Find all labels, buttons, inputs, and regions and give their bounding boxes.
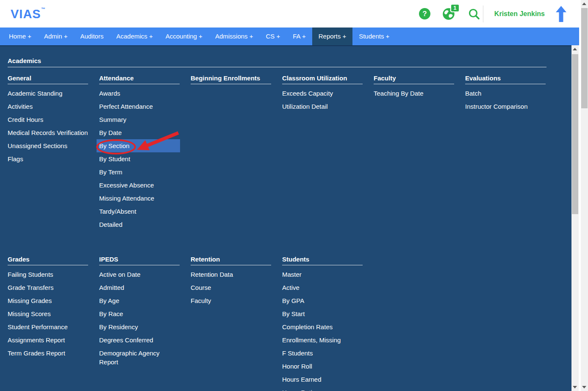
arrow-up-icon	[556, 6, 566, 22]
menu-item-academic-standing[interactable]: Academic Standing	[8, 89, 88, 98]
menu-item-course[interactable]: Course	[191, 283, 271, 292]
menu-item-honor-roll[interactable]: Honor Roll	[282, 362, 363, 371]
search-button[interactable]	[468, 8, 480, 20]
menu-item-by-start[interactable]: By Start	[282, 309, 363, 318]
menu-item-hours-earned[interactable]: Hours Earned	[282, 375, 363, 384]
section-grades: Grades Failing Students Grade Transfers …	[8, 255, 88, 391]
menu-item-by-date[interactable]: By Date	[99, 128, 180, 137]
menu-item-by-term[interactable]: By Term	[99, 168, 180, 176]
menu-item-by-age[interactable]: By Age	[99, 296, 180, 305]
menu-item-completion-rates[interactable]: Completion Rates	[282, 322, 363, 331]
menu-item-failing-students[interactable]: Failing Students	[8, 270, 88, 279]
scroll-down-arrow-icon[interactable]	[573, 386, 577, 388]
menu-item-hours-ratio[interactable]: Hours Ratio	[282, 388, 363, 391]
menu-item-master[interactable]: Master	[282, 270, 363, 279]
menu-item-by-student[interactable]: By Student	[99, 154, 180, 163]
section-heading: Evaluations	[465, 74, 546, 84]
menu-item-admitted[interactable]: Admitted	[99, 283, 180, 292]
menu-item-exceeds-capacity[interactable]: Exceeds Capacity	[282, 89, 363, 98]
section-heading: Attendance	[99, 74, 180, 84]
menu-item-flags[interactable]: Flags	[8, 154, 88, 163]
nav-item-students[interactable]: Students +	[352, 28, 396, 45]
section-heading: Classroom Utilization	[282, 74, 363, 84]
nav-item-admissions[interactable]: Admissions +	[209, 28, 260, 45]
nav-item-auditors[interactable]: Auditors	[74, 28, 110, 45]
menu-item-retention-data[interactable]: Retention Data	[191, 270, 271, 279]
notification-badge: 1	[450, 4, 460, 12]
menu-item-excessive-absence[interactable]: Excessive Absence	[99, 181, 180, 190]
nav-item-reports[interactable]: Reports +	[312, 28, 352, 45]
menu-item-enrollments-missing[interactable]: Enrollments, Missing	[282, 336, 363, 344]
section-students: Students Master Active By GPA By Start C…	[282, 255, 363, 391]
section-heading: Grades	[8, 255, 88, 265]
menu-scrollbar[interactable]	[571, 45, 579, 391]
menu-item-instructor-comparison[interactable]: Instructor Comparison	[465, 102, 546, 111]
menu-item-missing-scores[interactable]: Missing Scores	[8, 309, 88, 318]
menu-item-student-performance[interactable]: Student Performance	[8, 322, 88, 331]
section-evaluations: Evaluations Batch Instructor Comparison	[465, 74, 546, 233]
menu-item-grade-transfers[interactable]: Grade Transfers	[8, 283, 88, 292]
page-scrollbar[interactable]	[581, 0, 588, 391]
section-heading: General	[8, 74, 88, 84]
menu-item-term-grades-report[interactable]: Term Grades Report	[8, 349, 88, 358]
section-heading: Retention	[191, 255, 271, 265]
section-classroom-utilization: Classroom Utilization Exceeds Capacity U…	[282, 74, 363, 233]
menu-item-teaching-by-date[interactable]: Teaching By Date	[374, 89, 454, 98]
notifications-button[interactable]: 1	[442, 8, 455, 20]
page-scrollbar-thumb[interactable]	[581, 8, 588, 108]
nav-item-academics[interactable]: Academics +	[110, 28, 159, 45]
nav-item-home[interactable]: Home +	[3, 28, 38, 45]
menu-item-assignments-report[interactable]: Assignments Report	[8, 336, 88, 344]
help-glyph: ?	[422, 10, 427, 18]
menu-item-retention-faculty[interactable]: Faculty	[191, 296, 271, 305]
scroll-up-arrow-icon[interactable]	[573, 48, 577, 50]
section-heading: Students	[282, 255, 363, 265]
menu-item-by-residency[interactable]: By Residency	[99, 322, 180, 331]
logo-text: VIAS	[11, 7, 41, 21]
menu-item-unassigned-sections[interactable]: Unassigned Sections	[8, 141, 88, 150]
header-actions: ? 1 Kristen Jenkins	[419, 6, 581, 22]
scroll-down-arrow-icon[interactable]	[582, 386, 586, 388]
menu-item-demographic-agency-report[interactable]: Demographic Agency Report	[99, 349, 180, 366]
search-icon	[468, 8, 480, 20]
menu-item-awards[interactable]: Awards	[99, 89, 180, 98]
menu-item-tardy-absent[interactable]: Tardy/Absent	[99, 207, 180, 216]
help-icon[interactable]: ?	[419, 8, 430, 19]
section-attendance: Attendance Awards Perfect Attendance Sum…	[99, 74, 180, 233]
nav-item-accounting[interactable]: Accounting +	[159, 28, 209, 45]
menu-row-2: Grades Failing Students Grade Transfers …	[8, 255, 571, 391]
menu-scrollbar-thumb[interactable]	[572, 54, 578, 214]
menu-item-degrees-conferred[interactable]: Degrees Conferred	[99, 336, 180, 344]
menu-row-1: General Academic Standing Activities Cre…	[8, 74, 571, 233]
menu-item-f-students[interactable]: F Students	[282, 349, 363, 358]
menu-item-summary[interactable]: Summary	[99, 115, 180, 124]
nav-item-fa[interactable]: FA +	[286, 28, 312, 45]
section-heading: IPEDS	[99, 255, 180, 265]
scroll-up-arrow-icon[interactable]	[582, 3, 586, 5]
trademark-symbol: ™	[41, 7, 45, 11]
nav-item-admin[interactable]: Admin +	[38, 28, 74, 45]
nav-item-cs[interactable]: CS +	[260, 28, 287, 45]
menu-item-active-on-date[interactable]: Active on Date	[99, 270, 180, 279]
user-name[interactable]: Kristen Jenkins	[494, 10, 545, 18]
menu-item-batch[interactable]: Batch	[465, 89, 546, 98]
menu-item-by-race[interactable]: By Race	[99, 309, 180, 318]
menu-title: Academics	[8, 57, 546, 67]
vias-logo[interactable]: VIAS™	[11, 7, 45, 20]
menu-item-activities[interactable]: Activities	[8, 102, 88, 111]
menu-item-utilization-detail[interactable]: Utilization Detail	[282, 102, 363, 111]
menu-item-perfect-attendance[interactable]: Perfect Attendance	[99, 102, 180, 111]
menu-item-detailed[interactable]: Detailed	[99, 220, 180, 229]
user-menu-arrow[interactable]	[556, 6, 566, 22]
menu-item-by-section[interactable]: By Section	[99, 141, 180, 150]
section-ipeds: IPEDS Active on Date Admitted By Age By …	[99, 255, 180, 391]
menu-item-credit-hours[interactable]: Credit Hours	[8, 115, 88, 124]
menu-item-medical-records-verification[interactable]: Medical Records Verification	[8, 128, 88, 137]
menu-item-by-gpa[interactable]: By GPA	[282, 296, 363, 305]
reports-mega-menu: Academics General Academic Standing Acti…	[0, 45, 571, 391]
section-heading: Faculty	[374, 74, 454, 84]
menu-item-missing-attendance[interactable]: Missing Attendance	[99, 194, 180, 203]
menu-item-active[interactable]: Active	[282, 283, 363, 292]
section-beginning-enrollments: Beginning Enrollments	[191, 74, 271, 233]
menu-item-missing-grades[interactable]: Missing Grades	[8, 296, 88, 305]
